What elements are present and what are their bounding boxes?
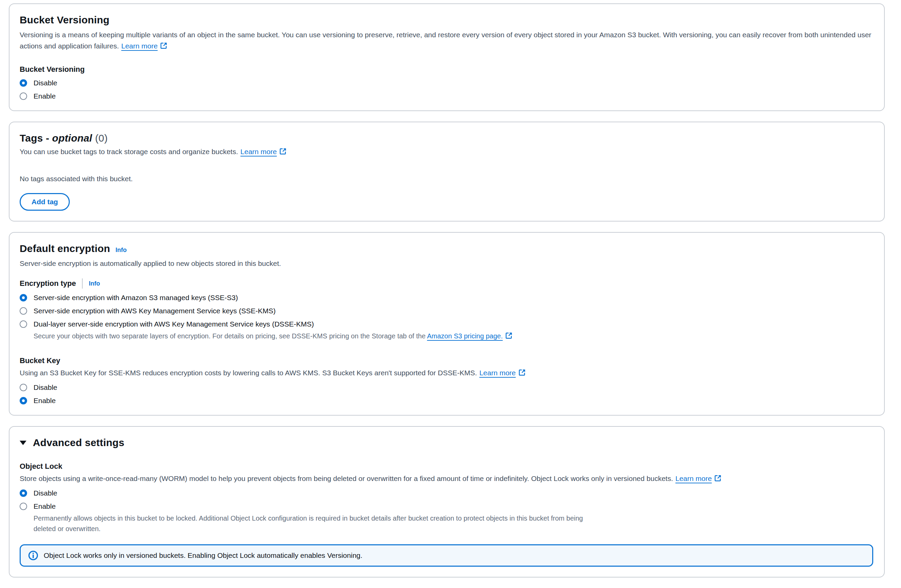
bucket-key-description-text: Using an S3 Bucket Key for SSE-KMS reduc…: [20, 369, 477, 377]
encryption-dsse-kms-option[interactable]: Dual-layer server-side encryption with A…: [20, 320, 873, 328]
bucket-versioning-field-label: Bucket Versioning: [20, 65, 873, 74]
radio-label: Enable: [34, 397, 56, 405]
bucket-versioning-description: Versioning is a means of keeping multipl…: [20, 29, 873, 51]
tags-section: Tags - optional (0) You can use bucket t…: [9, 122, 885, 221]
radio-label: Enable: [34, 92, 56, 100]
default-encryption-description: Server-side encryption is automatically …: [20, 258, 873, 269]
learn-more-label: Learn more: [121, 42, 157, 50]
advanced-settings-section: Advanced settings Object Lock Store obje…: [9, 426, 885, 577]
object-lock-description-text: Store objects using a write-once-read-ma…: [20, 474, 673, 482]
bucket-key-label: Bucket Key: [20, 356, 873, 365]
info-icon: [28, 551, 38, 561]
advanced-settings-title: Advanced settings: [33, 437, 124, 448]
encryption-type-row: Encryption type Info: [20, 278, 873, 289]
encryption-type-info-link[interactable]: Info: [89, 280, 100, 287]
object-lock-description: Store objects using a write-once-read-ma…: [20, 473, 873, 484]
object-lock-disable-radio[interactable]: [20, 490, 27, 497]
default-encryption-info-link[interactable]: Info: [115, 246, 127, 254]
bucket-key-description: Using an S3 Bucket Key for SSE-KMS reduc…: [20, 367, 873, 378]
bucket-versioning-title: Bucket Versioning: [20, 14, 873, 26]
bucket-key-enable-option[interactable]: Enable: [20, 397, 873, 405]
radio-label: Server-side encryption with Amazon S3 ma…: [34, 294, 238, 302]
bucket-key-learn-more-link[interactable]: Learn more: [479, 369, 525, 377]
bucket-key-disable-option[interactable]: Disable: [20, 384, 873, 391]
tags-count: (0): [95, 133, 108, 143]
external-link-icon: [279, 148, 287, 155]
radio-label: Disable: [34, 489, 57, 497]
tags-description-text: You can use bucket tags to track storage…: [20, 148, 238, 156]
external-link-icon: [160, 42, 167, 50]
object-lock-enable-note: Permanently allows objects in this bucke…: [34, 513, 596, 534]
learn-more-label: Learn more: [479, 369, 516, 377]
default-encryption-title: Default encryption: [20, 243, 110, 254]
encryption-type-label: Encryption type: [20, 279, 76, 288]
encryption-dsse-kms-radio[interactable]: [20, 320, 27, 328]
object-lock-enable-radio[interactable]: [20, 503, 27, 510]
add-tag-button[interactable]: Add tag: [20, 193, 70, 211]
dsse-kms-note: Secure your objects with two separate la…: [34, 331, 873, 342]
bucket-versioning-learn-more-link[interactable]: Learn more: [121, 42, 167, 50]
tags-title-optional: optional: [52, 133, 92, 143]
learn-more-label: Learn more: [240, 148, 277, 156]
dsse-note-text: Secure your objects with two separate la…: [34, 332, 292, 340]
radio-label: Disable: [34, 384, 57, 391]
encryption-sse-kms-option[interactable]: Server-side encryption with AWS Key Mana…: [20, 307, 873, 315]
tags-description: You can use bucket tags to track storage…: [20, 146, 873, 157]
bucket-key-disable-radio[interactable]: [20, 384, 27, 391]
dsse-note-text: tab of the: [395, 332, 427, 340]
advanced-settings-expand-header[interactable]: Advanced settings: [20, 437, 873, 448]
radio-label: Enable: [34, 502, 56, 510]
bucket-versioning-enable-radio[interactable]: [20, 92, 27, 100]
external-link-icon: [505, 332, 513, 339]
object-lock-info-alert: Object Lock works only in versioned buck…: [20, 544, 873, 567]
encryption-sse-s3-radio[interactable]: [20, 294, 27, 301]
bucket-versioning-enable-option[interactable]: Enable: [20, 92, 873, 100]
encryption-sse-s3-option[interactable]: Server-side encryption with Amazon S3 ma…: [20, 294, 873, 302]
learn-more-label: Learn more: [675, 474, 712, 482]
bucket-versioning-disable-radio[interactable]: [20, 79, 27, 87]
tags-title: Tags - optional (0): [20, 133, 873, 144]
dsse-note-text: on the: [349, 332, 372, 340]
tags-title-prefix: Tags -: [20, 133, 52, 143]
encryption-sse-kms-radio[interactable]: [20, 307, 27, 315]
bucket-versioning-section: Bucket Versioning Versioning is a means …: [9, 3, 885, 111]
tags-learn-more-link[interactable]: Learn more: [240, 148, 287, 156]
s3-pricing-link-label: Amazon S3 pricing page.: [427, 332, 503, 340]
object-lock-learn-more-link[interactable]: Learn more: [675, 474, 722, 482]
dsse-pricing-bold: DSSE-KMS pricing: [292, 332, 349, 340]
bucket-versioning-disable-option[interactable]: Disable: [20, 79, 873, 87]
radio-label: Dual-layer server-side encryption with A…: [34, 320, 314, 328]
s3-pricing-page-link[interactable]: Amazon S3 pricing page.: [427, 332, 513, 340]
storage-bold: Storage: [372, 332, 395, 340]
caret-down-icon: [20, 441, 26, 445]
radio-label: Server-side encryption with AWS Key Mana…: [34, 307, 276, 315]
external-link-icon: [714, 474, 722, 482]
external-link-icon: [518, 369, 526, 376]
create-bucket-settings-page: Bucket Versioning Versioning is a means …: [0, 0, 901, 588]
tags-empty-state: No tags associated with this bucket.: [20, 175, 873, 183]
bucket-key-enable-radio[interactable]: [20, 397, 27, 404]
radio-label: Disable: [34, 79, 57, 87]
object-lock-disable-option[interactable]: Disable: [20, 489, 873, 497]
object-lock-alert-text: Object Lock works only in versioned buck…: [44, 551, 362, 560]
object-lock-label: Object Lock: [20, 462, 873, 471]
object-lock-enable-option[interactable]: Enable: [20, 502, 873, 510]
vertical-divider: [82, 278, 83, 289]
default-encryption-section: Default encryption Info Server-side encr…: [9, 232, 885, 416]
